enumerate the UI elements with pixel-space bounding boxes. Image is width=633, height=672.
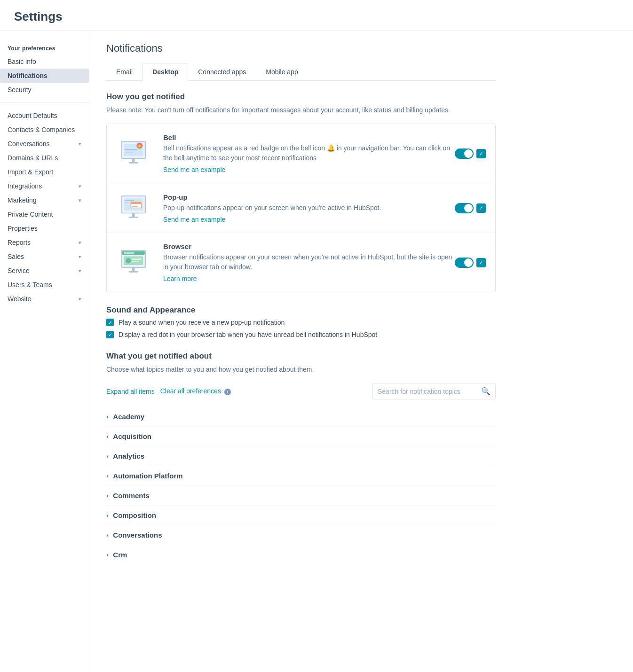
chevron-right-icon: ›	[106, 472, 108, 479]
sidebar-label-marketing: Marketing	[8, 196, 36, 204]
page-header: Settings	[0, 0, 633, 31]
checkbox-red-dot: Display a red dot in your browser tab wh…	[106, 331, 496, 338]
sidebar-item-users-teams[interactable]: Users & Teams	[0, 278, 89, 292]
sidebar-item-marketing[interactable]: Marketing ▾	[0, 193, 89, 207]
sidebar-item-account-defaults[interactable]: Account Defaults	[0, 109, 89, 123]
svg-rect-26	[132, 261, 139, 262]
search-input[interactable]	[373, 384, 476, 399]
chevron-right-icon: ›	[106, 433, 108, 440]
info-icon[interactable]: i	[224, 389, 231, 395]
svg-text:🔔: 🔔	[137, 143, 142, 148]
sidebar-label-reports: Reports	[8, 239, 31, 246]
clear-all-link[interactable]: Clear all preferences i	[160, 387, 231, 395]
sound-appearance-title: Sound and Appearance	[106, 305, 496, 315]
chevron-right-icon: ›	[106, 453, 108, 460]
tab-mobile-app[interactable]: Mobile app	[256, 63, 308, 81]
popup-toggle-switch[interactable]	[455, 203, 474, 213]
browser-toggle[interactable]: ✓	[455, 258, 486, 268]
bell-toggle[interactable]: ✓	[455, 148, 486, 159]
notify-controls: Expand all items Clear all preferences i…	[106, 383, 496, 399]
chevron-down-icon: ▾	[79, 254, 81, 260]
red-dot-checkbox[interactable]	[106, 331, 114, 338]
tab-desktop[interactable]: Desktop	[142, 63, 188, 81]
bell-desc: Bell notifications appear as a red badge…	[163, 143, 455, 163]
sidebar-label-integrations: Integrations	[8, 182, 42, 190]
sidebar-item-import-export[interactable]: Import & Export	[0, 165, 89, 179]
what-notified-desc: Choose what topics matter to you and how…	[106, 365, 496, 375]
topic-item-conversations[interactable]: ›Conversations	[106, 525, 496, 545]
search-button[interactable]: 🔍	[476, 383, 495, 399]
sidebar-label-properties: Properties	[8, 225, 38, 232]
how-notified-title: How you get notified	[106, 92, 496, 102]
topic-item-comments[interactable]: ›Comments	[106, 486, 496, 506]
sidebar-label-website: Website	[8, 295, 31, 303]
sidebar-item-integrations[interactable]: Integrations ▾	[0, 179, 89, 193]
svg-rect-7	[125, 149, 137, 150]
sidebar-item-reports[interactable]: Reports ▾	[0, 235, 89, 250]
browser-link[interactable]: Learn more	[163, 275, 197, 282]
svg-rect-3	[132, 158, 135, 162]
bell-link[interactable]: Send me an example	[163, 166, 225, 173]
svg-rect-15	[131, 202, 141, 204]
search-box: 🔍	[372, 383, 496, 399]
svg-rect-12	[132, 213, 135, 216]
topic-item-acquisition[interactable]: ›Acquisition	[106, 427, 496, 446]
sidebar-label-private-content: Private Content	[8, 211, 53, 218]
chevron-down-icon: ▾	[79, 183, 81, 189]
sidebar-label-users-teams: Users & Teams	[8, 281, 52, 289]
svg-rect-22	[124, 252, 134, 254]
sidebar-item-service[interactable]: Service ▾	[0, 264, 89, 278]
sidebar-item-conversations[interactable]: Conversations ▾	[0, 137, 89, 151]
sidebar-item-contacts-companies[interactable]: Contacts & Companies	[0, 123, 89, 137]
svg-rect-27	[132, 267, 135, 271]
topic-item-composition[interactable]: ›Composition	[106, 506, 496, 525]
topic-item-analytics[interactable]: ›Analytics	[106, 446, 496, 466]
sidebar-label-import-export: Import & Export	[8, 168, 53, 176]
svg-rect-8	[125, 151, 133, 152]
sidebar-item-properties[interactable]: Properties	[0, 221, 89, 235]
popup-toggle[interactable]: ✓	[455, 203, 486, 213]
topic-label: Crm	[113, 551, 127, 559]
popup-link[interactable]: Send me an example	[163, 216, 225, 223]
svg-rect-18	[125, 202, 129, 203]
topic-item-crm[interactable]: ›Crm	[106, 545, 496, 564]
notification-cards: 🔔 Bell Bell notifications appear as a re…	[106, 124, 496, 292]
notification-card-bell: 🔔 Bell Bell notifications appear as a re…	[107, 124, 495, 183]
topic-item-academy[interactable]: ›Academy	[106, 407, 496, 427]
play-sound-checkbox[interactable]	[106, 319, 114, 326]
chevron-down-icon: ▾	[79, 197, 81, 203]
topic-label: Composition	[113, 511, 156, 519]
sidebar-item-website[interactable]: Website ▾	[0, 292, 89, 306]
topic-item-automation-platform[interactable]: ›Automation Platform	[106, 466, 496, 486]
popup-illustration	[116, 193, 154, 223]
browser-toggle-switch[interactable]	[455, 258, 474, 268]
topic-list: ›Academy›Acquisition›Analytics›Automatio…	[106, 407, 496, 564]
sidebar-item-notifications[interactable]: Notifications	[0, 69, 89, 83]
topic-label: Analytics	[113, 452, 144, 460]
sidebar-label-conversations: Conversations	[8, 140, 50, 148]
play-sound-label: Play a sound when you receive a new pop-…	[119, 319, 285, 326]
sidebar-label-domains-urls: Domains & URLs	[8, 154, 58, 162]
sidebar-divider	[0, 102, 89, 103]
popup-desc: Pop-up notifications appear on your scre…	[163, 203, 455, 213]
sidebar-label-account-defaults: Account Defaults	[8, 112, 57, 119]
tab-email[interactable]: Email	[106, 63, 142, 81]
sidebar-item-security[interactable]: Security	[0, 83, 89, 97]
notification-card-browser: Browser Browser notifications appear on …	[107, 233, 495, 292]
tab-connected-apps[interactable]: Connected apps	[188, 63, 256, 81]
bell-card-content: Bell Bell notifications appear as a red …	[163, 133, 455, 173]
chevron-right-icon: ›	[106, 413, 108, 420]
expand-all-link[interactable]: Expand all items	[106, 388, 155, 395]
sidebar-item-basic-info[interactable]: Basic info	[0, 55, 89, 69]
sidebar-item-domains-urls[interactable]: Domains & URLs	[0, 151, 89, 165]
sidebar: Your preferences Basic info Notification…	[0, 31, 89, 672]
browser-toggle-check: ✓	[476, 258, 486, 267]
sidebar-label-service: Service	[8, 267, 30, 274]
sidebar-item-sales[interactable]: Sales ▾	[0, 250, 89, 264]
checkbox-play-sound: Play a sound when you receive a new pop-…	[106, 319, 496, 326]
content-area: Your preferences Basic info Notification…	[0, 31, 633, 672]
tabs-container: Email Desktop Connected apps Mobile app	[106, 63, 496, 81]
bell-toggle-switch[interactable]	[455, 148, 474, 159]
sidebar-item-private-content[interactable]: Private Content	[0, 207, 89, 221]
chevron-down-icon: ▾	[79, 296, 81, 302]
